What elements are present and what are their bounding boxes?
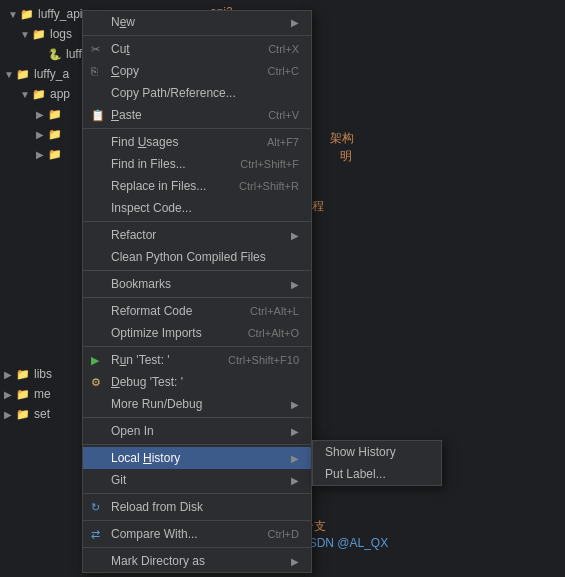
- menu-shortcut: Ctrl+Shift+F10: [228, 354, 299, 366]
- menu-item-new[interactable]: New ▶: [83, 11, 311, 33]
- menu-item-label: Bookmarks: [111, 277, 171, 291]
- tree-arrow: ▶: [4, 409, 16, 420]
- folder-icon: 📁: [32, 28, 46, 41]
- menu-separator: [83, 493, 311, 494]
- menu-separator: [83, 444, 311, 445]
- menu-item-label: Copy Path/Reference...: [111, 86, 236, 100]
- menu-item-label: Paste: [111, 108, 142, 122]
- menu-item-label: Run 'Test: ': [111, 353, 170, 367]
- submenu-arrow-icon: ▶: [291, 399, 299, 410]
- menu-item-label: Local History: [111, 451, 180, 465]
- reload-icon: ↻: [91, 501, 100, 514]
- menu-item-cleanpython[interactable]: Clean Python Compiled Files: [83, 246, 311, 268]
- tree-arrow: ▼: [8, 9, 20, 20]
- menu-item-label: Git: [111, 473, 126, 487]
- compare-icon: ⇄: [91, 528, 100, 541]
- menu-item-showhistory[interactable]: Show History: [313, 441, 441, 463]
- menu-separator: [83, 346, 311, 347]
- tree-item-label: me: [34, 387, 51, 401]
- tree-item-label: logs: [50, 27, 72, 41]
- menu-item-localhistory[interactable]: Local History ▶: [83, 447, 311, 469]
- menu-separator: [83, 547, 311, 548]
- menu-item-label: Show History: [325, 445, 396, 459]
- content-csdn: CSDN @AL_QX: [300, 536, 388, 550]
- tree-arrow: ▶: [36, 149, 48, 160]
- menu-item-label: Refactor: [111, 228, 156, 242]
- menu-item-label: Mark Directory as: [111, 554, 205, 568]
- menu-item-label: More Run/Debug: [111, 397, 202, 411]
- menu-item-label: Put Label...: [325, 467, 386, 481]
- menu-separator: [83, 35, 311, 36]
- menu-item-morerun[interactable]: More Run/Debug ▶: [83, 393, 311, 415]
- cut-icon: ✂: [91, 43, 100, 56]
- menu-item-copypath[interactable]: Copy Path/Reference...: [83, 82, 311, 104]
- submenu-arrow-icon: ▶: [291, 230, 299, 241]
- menu-item-openin[interactable]: Open In ▶: [83, 420, 311, 442]
- menu-item-reformatcode[interactable]: Reformat Code Ctrl+Alt+L: [83, 300, 311, 322]
- menu-shortcut: Alt+F7: [267, 136, 299, 148]
- folder-icon: 📁: [16, 68, 30, 81]
- menu-item-label: Compare With...: [111, 527, 198, 541]
- menu-item-markdirectoryas[interactable]: Mark Directory as ▶: [83, 550, 311, 572]
- menu-item-label: Reformat Code: [111, 304, 192, 318]
- menu-separator: [83, 270, 311, 271]
- folder-icon: 📁: [32, 88, 46, 101]
- python-icon: 🐍: [48, 48, 62, 61]
- menu-item-findusages[interactable]: Find Usages Alt+F7: [83, 131, 311, 153]
- menu-item-replaceinfiles[interactable]: Replace in Files... Ctrl+Shift+R: [83, 175, 311, 197]
- menu-item-label: Optimize Imports: [111, 326, 202, 340]
- menu-separator: [83, 128, 311, 129]
- menu-separator: [83, 297, 311, 298]
- menu-item-label: Clean Python Compiled Files: [111, 250, 266, 264]
- tree-item-label: set: [34, 407, 50, 421]
- folder-icon: 📁: [16, 408, 30, 421]
- menu-item-label: Open In: [111, 424, 154, 438]
- paste-icon: 📋: [91, 109, 105, 122]
- tree-arrow: ▶: [4, 369, 16, 380]
- folder-icon: 📁: [16, 388, 30, 401]
- menu-item-copy[interactable]: ⎘ Copy Ctrl+C: [83, 60, 311, 82]
- content-ming: 明: [340, 148, 352, 165]
- folder-icon: 📁: [20, 8, 34, 21]
- menu-shortcut: Ctrl+X: [268, 43, 299, 55]
- menu-item-reloadfromdisk[interactable]: ↻ Reload from Disk: [83, 496, 311, 518]
- menu-separator: [83, 520, 311, 521]
- menu-shortcut: Ctrl+D: [268, 528, 299, 540]
- tree-item-label: luffy_a: [34, 67, 69, 81]
- tree-item-label: libs: [34, 367, 52, 381]
- menu-shortcut: Ctrl+V: [268, 109, 299, 121]
- folder-icon: 📁: [48, 128, 62, 141]
- submenu-arrow-icon: ▶: [291, 426, 299, 437]
- folder-icon: 📁: [16, 368, 30, 381]
- menu-item-label: New: [111, 15, 135, 29]
- menu-item-findinfiles[interactable]: Find in Files... Ctrl+Shift+F: [83, 153, 311, 175]
- menu-item-optimizeimports[interactable]: Optimize Imports Ctrl+Alt+O: [83, 322, 311, 344]
- submenu-arrow-icon: ▶: [291, 556, 299, 567]
- copy-icon: ⎘: [91, 65, 98, 77]
- menu-item-runtest[interactable]: ▶ Run 'Test: ' Ctrl+Shift+F10: [83, 349, 311, 371]
- tree-item-label: luffy_api: [38, 7, 82, 21]
- debug-icon: ⚙: [91, 376, 101, 389]
- tree-arrow: ▼: [4, 69, 16, 80]
- submenu-arrow-icon: ▶: [291, 279, 299, 290]
- menu-item-putlabel[interactable]: Put Label...: [313, 463, 441, 485]
- menu-item-git[interactable]: Git ▶: [83, 469, 311, 491]
- menu-item-cut[interactable]: ✂ Cut Ctrl+X: [83, 38, 311, 60]
- submenu-arrow-icon: ▶: [291, 453, 299, 464]
- menu-item-inspectcode[interactable]: Inspect Code...: [83, 197, 311, 219]
- tree-arrow: ▶: [4, 389, 16, 400]
- submenu-localhistory: Show History Put Label...: [312, 440, 442, 486]
- menu-item-bookmarks[interactable]: Bookmarks ▶: [83, 273, 311, 295]
- menu-shortcut: Ctrl+Shift+F: [240, 158, 299, 170]
- menu-item-paste[interactable]: 📋 Paste Ctrl+V: [83, 104, 311, 126]
- menu-item-label: Copy: [111, 64, 139, 78]
- menu-item-label: Find in Files...: [111, 157, 186, 171]
- tree-arrow: ▼: [20, 29, 32, 40]
- menu-item-debugtest[interactable]: ⚙ Debug 'Test: ': [83, 371, 311, 393]
- menu-separator: [83, 221, 311, 222]
- menu-item-comparewith[interactable]: ⇄ Compare With... Ctrl+D: [83, 523, 311, 545]
- folder-icon: 📁: [48, 108, 62, 121]
- submenu-arrow-icon: ▶: [291, 475, 299, 486]
- menu-item-refactor[interactable]: Refactor ▶: [83, 224, 311, 246]
- run-icon: ▶: [91, 354, 99, 367]
